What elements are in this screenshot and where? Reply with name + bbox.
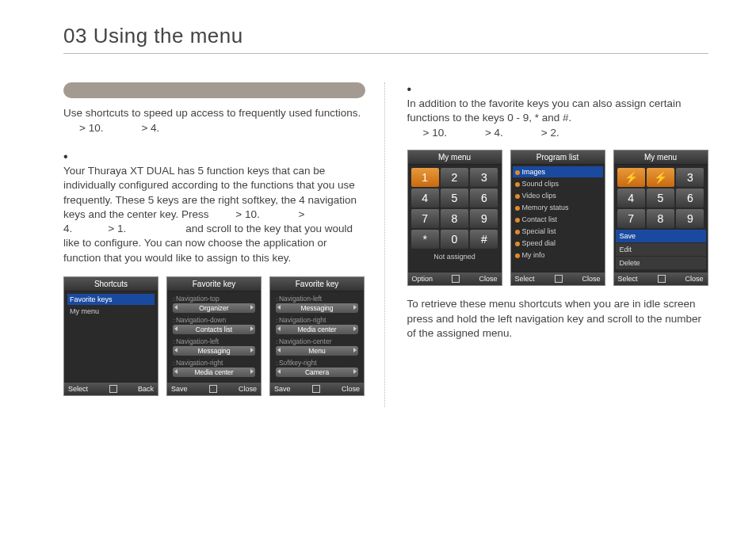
- key-thunder-2: ⚡: [647, 168, 674, 187]
- right-path-3: > 2.: [541, 127, 559, 139]
- list-item: Memory status: [513, 202, 603, 213]
- key-thunder-1: ⚡: [617, 168, 645, 187]
- section-pill: [63, 82, 365, 98]
- row-label: Navigation-right: [170, 358, 258, 367]
- right-column: • In addition to the favorite keys you c…: [407, 82, 709, 407]
- para1a: Your Thuraya XT DUAL has 5 function keys…: [63, 165, 357, 220]
- key-7: 7: [617, 209, 645, 228]
- row-value: Media center: [173, 368, 255, 377]
- softkey-left: Save: [171, 385, 188, 393]
- softkey-left: Select: [515, 275, 535, 283]
- left-column: Use shortcuts to speed up access to freq…: [63, 82, 385, 407]
- key-8: 8: [441, 209, 468, 228]
- softkey-right: Close: [685, 275, 703, 283]
- key-9: 9: [676, 209, 704, 228]
- phone-footer: Select Back: [64, 382, 158, 395]
- phone-title: Shortcuts: [64, 277, 158, 291]
- right-outro: To retrieve these menu shortcuts when yo…: [407, 297, 709, 341]
- page: 03 Using the menu Use shortcuts to speed…: [0, 0, 756, 537]
- softkey-left: Select: [618, 275, 638, 283]
- key-3: 3: [470, 168, 498, 187]
- columns: Use shortcuts to speed up access to freq…: [63, 82, 708, 407]
- right-intro: In addition to the favorite keys you can…: [407, 97, 709, 125]
- row-value: Menu: [276, 346, 358, 356]
- phone-body: Navigation-left Messaging Navigation-rig…: [270, 291, 364, 382]
- key-8: 8: [647, 209, 674, 228]
- phone-footer: Save Close: [167, 382, 261, 395]
- key-6: 6: [676, 189, 704, 208]
- phone-title: My menu: [614, 150, 708, 165]
- key-hash: #: [470, 230, 498, 249]
- chapter-title: 03 Using the menu: [63, 24, 708, 48]
- row-value: Messaging: [173, 346, 255, 356]
- phone-title: Program list: [511, 150, 605, 165]
- phone-favorite-key-2: Favorite key Navigation-left Messaging N…: [269, 276, 365, 396]
- row-value: Messaging: [276, 303, 358, 313]
- key-0: 0: [441, 230, 468, 249]
- row-label: Navigation-center: [273, 337, 361, 345]
- right-path: > 10.> 4.> 2.: [423, 127, 709, 139]
- not-assigned-label: Not assigned: [410, 253, 500, 261]
- title-rule: [63, 53, 708, 54]
- phone-my-menu-context: My menu ⚡ ⚡ 3 4 5 6 7 8 9: [613, 150, 708, 286]
- row-label: Navigation-top: [170, 294, 258, 303]
- list-item: Sound clips: [513, 178, 603, 189]
- phone-body: ⚡ ⚡ 3 4 5 6 7 8 9 Save Edit: [614, 165, 708, 272]
- phone-shortcuts: Shortcuts Favorite keys My menu Select B…: [63, 276, 158, 396]
- phone-footer: Select Close: [614, 272, 708, 285]
- softkey-right: Close: [479, 275, 497, 283]
- key-7: 7: [411, 209, 439, 228]
- phone-body: 1 2 3 4 5 6 7 8 9 * 0 #: [408, 165, 502, 272]
- para1c: >: [299, 208, 305, 220]
- para1d: 4.: [63, 223, 72, 234]
- softkey-left: Save: [274, 385, 291, 393]
- key-2: 2: [441, 168, 468, 187]
- right-path-2: > 4.: [485, 127, 503, 139]
- list-item: My info: [513, 249, 603, 261]
- bullet-2: •: [407, 82, 709, 97]
- left-screens: Shortcuts Favorite keys My menu Select B…: [63, 276, 365, 396]
- phone-body: Navigation-top Organizer Navigation-down…: [167, 291, 261, 382]
- phone-footer: Select Close: [511, 272, 605, 285]
- key-1: 1: [411, 168, 439, 187]
- softkey-right: Close: [239, 385, 257, 393]
- center-key-icon: [109, 385, 117, 393]
- keypad: ⚡ ⚡ 3 4 5 6 7 8 9: [616, 166, 706, 230]
- left-intro: Use shortcuts to speed up access to freq…: [63, 106, 365, 120]
- bullet-1: •: [63, 150, 365, 164]
- row-value: Contacts list: [173, 325, 255, 334]
- list-item: Images: [513, 166, 603, 177]
- key-4: 4: [411, 189, 439, 208]
- left-path-2: > 4.: [141, 122, 159, 134]
- phone-program-list: Program list Images Sound clips Video cl…: [510, 150, 605, 286]
- phone-footer: Option Close: [408, 272, 502, 285]
- list-item: My menu: [67, 306, 155, 317]
- row-label: Navigation-right: [273, 315, 361, 324]
- row-label: Navigation-left: [170, 337, 258, 345]
- para1f: and scroll to the key that you would lik…: [63, 223, 353, 263]
- center-key-icon: [555, 275, 563, 283]
- key-star: *: [411, 230, 439, 249]
- row-label: Softkey-right: [273, 358, 361, 367]
- phone-my-menu-keypad: My menu 1 2 3 4 5 6 7 8 9 *: [407, 150, 502, 286]
- para1b: > 10.: [235, 208, 259, 220]
- key-4: 4: [617, 189, 645, 208]
- softkey-right: Close: [582, 275, 600, 283]
- context-menu: Save Edit Delete: [616, 230, 706, 270]
- row-label: Navigation-down: [170, 315, 258, 324]
- phone-title: Favorite key: [167, 277, 261, 291]
- phone-title: Favorite key: [270, 277, 364, 291]
- list-item: Special list: [513, 226, 603, 237]
- list-item: Speed dial: [513, 238, 603, 249]
- key-9: 9: [470, 209, 498, 228]
- softkey-left: Select: [68, 385, 88, 393]
- phone-favorite-key-1: Favorite key Navigation-top Organizer Na…: [166, 276, 262, 396]
- right-path-1: > 10.: [423, 127, 447, 139]
- row-value: Organizer: [173, 303, 255, 313]
- row-value: Media center: [276, 325, 358, 334]
- row-value: Camera: [276, 368, 358, 377]
- center-key-icon: [452, 275, 460, 283]
- list-item: Contact list: [513, 214, 603, 225]
- list-item: Video clips: [513, 190, 603, 201]
- phone-body: Favorite keys My menu: [64, 291, 158, 382]
